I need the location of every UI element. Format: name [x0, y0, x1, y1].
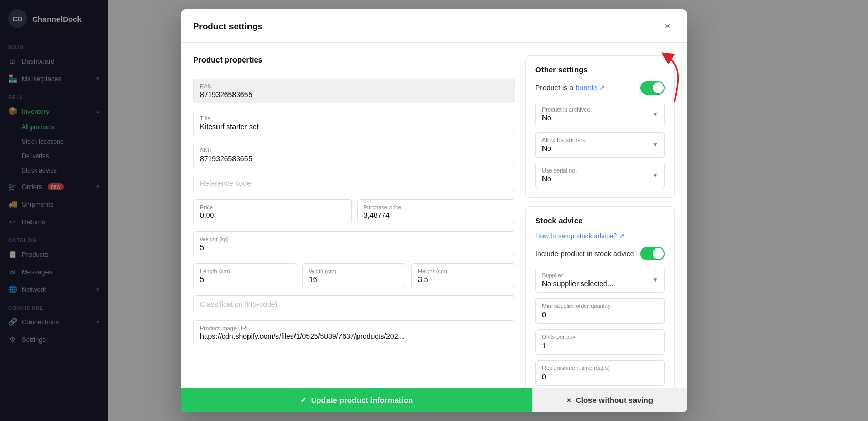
- product-properties-column: Product properties EAN Title SKU: [193, 55, 515, 376]
- serial-no-dropdown[interactable]: Use serial no. No ▼: [535, 163, 665, 188]
- chevron-down-icon: ▼: [652, 171, 658, 179]
- units-per-box-field[interactable]: Units per box 1: [535, 329, 665, 355]
- price-row: Price Purchase price: [193, 199, 515, 224]
- bundle-row: Product is a bundle ↗: [535, 81, 665, 95]
- dimensions-row: Length (cm) Width (cm) Height (cm): [193, 263, 515, 288]
- price-field[interactable]: Price: [193, 199, 352, 224]
- classification-field[interactable]: [193, 295, 515, 313]
- purchase-price-field[interactable]: Purchase price: [357, 199, 516, 224]
- width-field[interactable]: Width (cm): [302, 263, 406, 288]
- bundle-label: Product is a bundle ↗: [535, 84, 606, 92]
- length-input[interactable]: [200, 275, 290, 284]
- title-input[interactable]: [200, 122, 508, 131]
- ean-field[interactable]: EAN: [193, 79, 515, 103]
- sku-input[interactable]: [200, 154, 508, 163]
- image-url-field[interactable]: Product image URL: [193, 320, 515, 345]
- reference-code-input[interactable]: [200, 179, 508, 188]
- modal-header: Product settings ×: [181, 9, 687, 43]
- archived-value: No: [542, 114, 551, 122]
- replenishment-label: Replenishment time (days): [542, 365, 658, 371]
- stock-advice-section: Stock advice How to setup stock advice? …: [525, 206, 675, 388]
- other-settings-section: Other settings Product is a bundle ↗: [525, 55, 675, 198]
- weight-input[interactable]: [200, 243, 508, 252]
- replenishment-field[interactable]: Replenishment time (days) 0: [535, 360, 665, 386]
- weight-field[interactable]: Weight (kg): [193, 231, 515, 256]
- supplier-dropdown[interactable]: Supplier No supplier selected... ▼: [535, 268, 665, 293]
- close-label: Close without saving: [576, 396, 653, 404]
- backorders-dropdown[interactable]: Allow backorders No ▼: [535, 132, 665, 158]
- min-order-qty-field[interactable]: Min. supplier order quantity 0: [535, 298, 665, 324]
- archived-dropdown[interactable]: Product is archived No ▼: [535, 102, 665, 127]
- units-per-box-value: 1: [542, 341, 546, 350]
- price-label: Price: [200, 204, 345, 210]
- modal-body: Product properties EAN Title SKU: [181, 43, 687, 388]
- serial-no-label: Use serial no.: [542, 167, 577, 174]
- archived-label: Product is archived: [542, 106, 591, 113]
- backorders-value: No: [542, 144, 551, 152]
- sku-label: SKU: [200, 147, 508, 153]
- stock-advice-link[interactable]: How to setup stock advice? ↗: [535, 232, 665, 240]
- length-label: Length (cm): [200, 268, 290, 274]
- chevron-down-icon: ▼: [652, 276, 658, 284]
- include-stock-advice-row: Include product in stock advice: [535, 247, 665, 260]
- toggle-knob: [653, 248, 664, 259]
- modal-title: Product settings: [193, 22, 262, 32]
- other-settings-column: Other settings Product is a bundle ↗: [525, 55, 675, 376]
- close-icon: ×: [567, 396, 571, 404]
- serial-no-value: No: [542, 175, 551, 183]
- length-field[interactable]: Length (cm): [193, 263, 297, 288]
- price-input[interactable]: [200, 211, 345, 220]
- min-order-label: Min. supplier order quantity: [542, 303, 658, 309]
- product-properties-title: Product properties: [193, 55, 515, 64]
- modal-close-button[interactable]: ×: [660, 20, 675, 34]
- title-field[interactable]: Title: [193, 111, 515, 135]
- bundle-toggle[interactable]: [640, 81, 665, 95]
- height-label: Height (cm): [418, 268, 508, 274]
- image-url-label: Product image URL: [200, 325, 508, 331]
- chevron-down-icon: ▼: [652, 111, 658, 118]
- weight-label: Weight (kg): [200, 236, 508, 242]
- purchase-price-label: Purchase price: [364, 204, 509, 210]
- modal-overlay: Product settings × Product properties EA…: [0, 0, 868, 421]
- width-input[interactable]: [309, 275, 399, 284]
- width-label: Width (cm): [309, 268, 399, 274]
- update-button[interactable]: ✓ Update product information: [181, 388, 532, 412]
- ean-input[interactable]: [200, 90, 508, 99]
- ean-label: EAN: [200, 83, 508, 89]
- title-label: Title: [200, 115, 508, 121]
- reference-code-field[interactable]: [193, 175, 515, 192]
- height-field[interactable]: Height (cm): [411, 263, 515, 288]
- toggle-knob: [653, 82, 664, 93]
- include-toggle[interactable]: [640, 247, 665, 260]
- height-input[interactable]: [418, 275, 508, 284]
- modal-product-settings: Product settings × Product properties EA…: [181, 9, 687, 412]
- stock-advice-title: Stock advice: [535, 216, 665, 225]
- supplier-value: No supplier selected...: [542, 279, 614, 288]
- sku-field[interactable]: SKU: [193, 143, 515, 167]
- update-label: Update product information: [311, 396, 413, 404]
- units-per-box-label: Units per box: [542, 334, 658, 340]
- backorders-label: Allow backorders: [542, 137, 585, 143]
- other-settings-title: Other settings: [535, 65, 665, 74]
- min-order-value: 0: [542, 310, 546, 319]
- image-url-input[interactable]: [200, 332, 508, 340]
- purchase-price-input[interactable]: [364, 211, 509, 220]
- close-without-saving-button[interactable]: × Close without saving: [532, 388, 687, 412]
- update-icon: ✓: [300, 396, 307, 405]
- replenishment-value: 0: [542, 372, 546, 381]
- bundle-link[interactable]: bundle ↗: [576, 84, 606, 92]
- supplier-label: Supplier: [542, 272, 614, 278]
- chevron-down-icon: ▼: [652, 141, 658, 148]
- classification-input[interactable]: [200, 300, 508, 308]
- modal-footer: ✓ Update product information × Close wit…: [181, 388, 687, 412]
- include-label: Include product in stock advice: [535, 250, 634, 258]
